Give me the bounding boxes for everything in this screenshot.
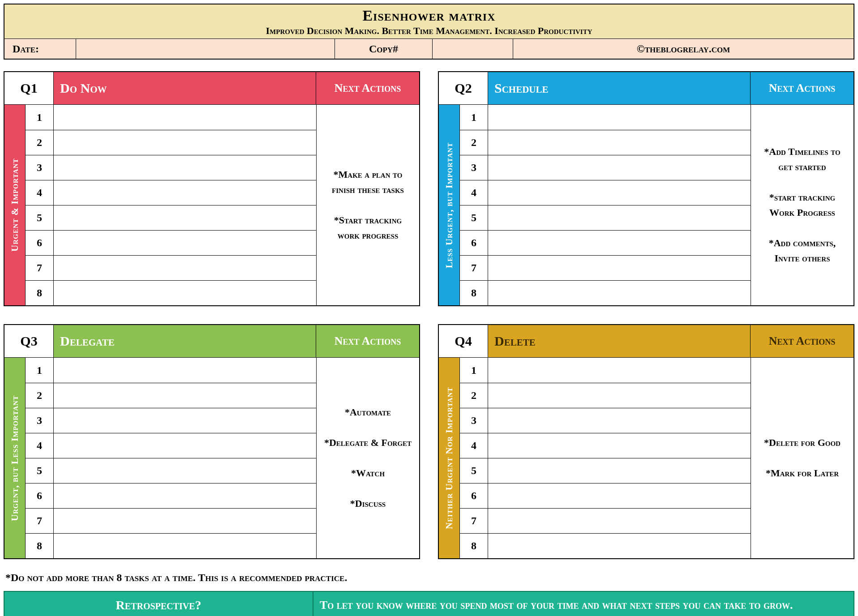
quadrant-q3: Q3 Delegate Next Actions Urgent, but Les…: [4, 324, 420, 559]
q1-row-num: 2: [25, 130, 54, 155]
q1-row-num: 7: [25, 256, 54, 280]
q3-row-num: 6: [25, 483, 54, 508]
q4-row-num: 7: [459, 509, 488, 533]
q4-task-input[interactable]: [488, 358, 751, 383]
q4-row-num: 4: [459, 433, 488, 458]
q3-row-num: 8: [25, 534, 54, 558]
q2-task-input[interactable]: [488, 231, 751, 255]
q4-code: Q4: [439, 325, 488, 357]
q2-row-num: 4: [459, 180, 488, 205]
q1-task-input[interactable]: [54, 105, 316, 130]
q2-task-input[interactable]: [488, 256, 751, 280]
q4-title: Delete: [488, 325, 751, 357]
q1-task-input[interactable]: [54, 281, 316, 305]
q4-task-input[interactable]: [488, 483, 751, 508]
q3-task-input[interactable]: [54, 358, 316, 383]
retro-text: To let you know where you spend most of …: [313, 592, 854, 616]
q1-next-label: Next Actions: [316, 72, 419, 104]
q1-side-label: Urgent & Important: [4, 105, 25, 305]
q1-task-input[interactable]: [54, 130, 316, 155]
q2-row-num: 5: [459, 205, 488, 230]
q3-task-input[interactable]: [54, 509, 316, 533]
q4-next-label: Next Actions: [751, 325, 854, 357]
q3-row-num: 1: [25, 358, 54, 383]
q2-title: Schedule: [488, 72, 751, 104]
q4-task-input[interactable]: [488, 408, 751, 433]
q1-actions: *Make a plan to finish these tasks *Star…: [316, 105, 419, 305]
page-subtitle: Improved Decision Making. Better Time Ma…: [9, 25, 849, 37]
q1-task-input[interactable]: [54, 256, 316, 280]
date-label: Date:: [4, 39, 76, 59]
footnote-text: *Do not add more than 8 tasks at a time.…: [5, 572, 854, 584]
q1-task-input[interactable]: [54, 231, 316, 255]
header-block: Eisenhower matrix Improved Decision Maki…: [4, 4, 854, 60]
q2-code: Q2: [439, 72, 488, 104]
q1-task-input[interactable]: [54, 155, 316, 180]
q4-row-num: 2: [459, 383, 488, 408]
q2-task-input[interactable]: [488, 130, 751, 155]
q3-task-input[interactable]: [54, 458, 316, 483]
q4-task-input[interactable]: [488, 433, 751, 458]
copyright-text: ©theblogrelay.com: [513, 39, 854, 59]
q4-task-input[interactable]: [488, 534, 751, 558]
q3-code: Q3: [4, 325, 54, 357]
q2-task-input[interactable]: [488, 281, 751, 305]
q2-row-num: 3: [459, 155, 488, 180]
q2-rows: 1 2 3 4 5 6 7 8: [459, 105, 751, 305]
q1-task-input[interactable]: [54, 205, 316, 230]
q3-title: Delegate: [54, 325, 316, 357]
quadrant-q1: Q1 Do Now Next Actions Urgent & Importan…: [4, 71, 420, 306]
q4-rows: 1 2 3 4 5 6 7 8: [459, 358, 751, 558]
q4-row-num: 6: [459, 483, 488, 508]
q2-row-num: 1: [459, 105, 488, 130]
page-title: Eisenhower matrix: [9, 7, 849, 24]
q3-side-label: Urgent, but Less Important: [4, 358, 25, 558]
retro-label: Retrospective?: [4, 592, 313, 616]
q2-actions: *Add Timelines to get started *start tra…: [751, 105, 854, 305]
q1-row-num: 6: [25, 231, 54, 255]
quadrant-q4: Q4 Delete Next Actions Neither Urgent No…: [438, 324, 854, 559]
q2-next-label: Next Actions: [751, 72, 854, 104]
q4-side-label: Neither Urgent Nor Important: [439, 358, 459, 558]
q2-task-input[interactable]: [488, 105, 751, 130]
q1-row-num: 4: [25, 180, 54, 205]
q4-row-num: 3: [459, 408, 488, 433]
q1-rows: 1 2 3 4 5 6 7 8: [25, 105, 316, 305]
q2-task-input[interactable]: [488, 205, 751, 230]
q1-row-num: 5: [25, 205, 54, 230]
q1-code: Q1: [4, 72, 54, 104]
q3-next-label: Next Actions: [316, 325, 419, 357]
q4-row-num: 5: [459, 458, 488, 483]
copy-field[interactable]: [433, 39, 513, 59]
title-row: Eisenhower matrix Improved Decision Maki…: [4, 4, 854, 39]
q4-row-num: 8: [459, 534, 488, 558]
q3-task-input[interactable]: [54, 383, 316, 408]
q1-task-input[interactable]: [54, 180, 316, 205]
date-field[interactable]: [76, 39, 335, 59]
q3-task-input[interactable]: [54, 483, 316, 508]
q3-row-num: 3: [25, 408, 54, 433]
q1-row-num: 8: [25, 281, 54, 305]
q3-row-num: 4: [25, 433, 54, 458]
q3-task-input[interactable]: [54, 408, 316, 433]
q3-row-num: 2: [25, 383, 54, 408]
q3-task-input[interactable]: [54, 534, 316, 558]
q4-task-input[interactable]: [488, 383, 751, 408]
q4-actions: *Delete for Good *Mark for Later: [751, 358, 854, 558]
q2-row-num: 8: [459, 281, 488, 305]
quadrant-grid: Q1 Do Now Next Actions Urgent & Importan…: [4, 71, 854, 559]
q3-task-input[interactable]: [54, 433, 316, 458]
q2-task-input[interactable]: [488, 180, 751, 205]
q4-task-input[interactable]: [488, 509, 751, 533]
q2-task-input[interactable]: [488, 155, 751, 180]
meta-row: Date: Copy# ©theblogrelay.com: [4, 39, 854, 59]
q2-row-num: 2: [459, 130, 488, 155]
copy-label: Copy#: [335, 39, 433, 59]
q4-task-input[interactable]: [488, 458, 751, 483]
q1-row-num: 1: [25, 105, 54, 130]
q2-side-label: Less Urgent, but Important: [439, 105, 459, 305]
q1-row-num: 3: [25, 155, 54, 180]
q4-row-num: 1: [459, 358, 488, 383]
q3-rows: 1 2 3 4 5 6 7 8: [25, 358, 316, 558]
retrospective-bar: Retrospective? To let you know where you…: [4, 591, 854, 616]
